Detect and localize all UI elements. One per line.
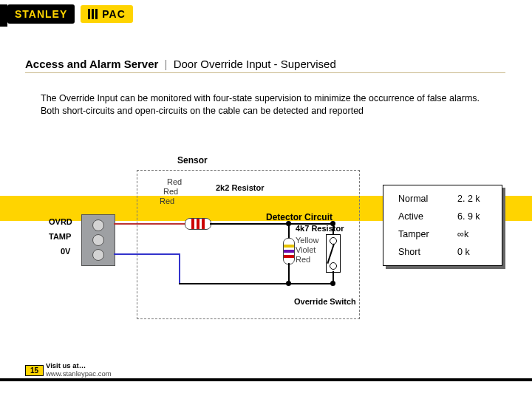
- resistor-4k7-icon: [283, 238, 295, 265]
- terminal-ovrd: [92, 219, 104, 231]
- wire-icon: [114, 253, 179, 255]
- wiring-diagram: Sensor Detector Circuit OVRD TAMP 0V 2k2…: [44, 155, 362, 325]
- table-row: Active6. 9 k: [391, 208, 494, 225]
- band-label: Violet: [296, 245, 316, 254]
- override-switch-label: Override Switch: [294, 297, 356, 306]
- table-row: Tamper∞k: [391, 225, 494, 243]
- resistor-2k2-icon: [185, 218, 211, 230]
- wire-icon: [179, 253, 180, 283]
- wire-icon: [179, 283, 288, 284]
- stanley-text: STANLEY: [15, 8, 67, 20]
- logo-bar: STANLEY PAC: [7, 4, 133, 24]
- table-row: Short0 k: [391, 243, 494, 261]
- pac-bars-icon: [88, 9, 98, 19]
- wire-icon: [288, 223, 290, 238]
- slide: STANLEY PAC Access and Alarm Server | Do…: [0, 0, 532, 399]
- resistor-2k2-label: 2k2 Resistor: [216, 183, 264, 192]
- wire-icon: [114, 223, 185, 225]
- body-text: The Override Input can be monitored with…: [41, 92, 484, 117]
- terminal-tamp: [92, 234, 104, 246]
- band-label: Red: [160, 197, 174, 205]
- band-label: Red: [163, 187, 178, 196]
- title-separator: |: [165, 58, 168, 70]
- detector-circuit-label: Detector Circuit: [266, 212, 332, 222]
- page-number: 15: [25, 365, 44, 376]
- wire-icon: [288, 263, 290, 283]
- band-label: Red: [296, 255, 310, 264]
- wire-icon: [332, 271, 334, 283]
- pac-text: PAC: [102, 8, 126, 20]
- terminal-label: OVRD: [49, 217, 72, 226]
- terminal-label: TAMP: [49, 232, 71, 241]
- table-row: Normal2. 2 k: [391, 190, 494, 208]
- footer-visit: Visit us at… www.stanleypac.com: [46, 362, 112, 378]
- band-label: Red: [167, 177, 182, 186]
- visit-url: www.stanleypac.com: [46, 370, 112, 378]
- title-rule: [25, 72, 505, 75]
- title-sub: Door Override Input - Supervised: [174, 58, 336, 70]
- wire-icon: [332, 223, 334, 234]
- resistor-4k7-label: 4k7 Resistor: [296, 224, 344, 233]
- pac-logo: PAC: [81, 5, 133, 23]
- edge-block: [0, 4, 7, 27]
- title-main: Access and Alarm Server: [25, 58, 158, 70]
- terminal-0v: [92, 249, 104, 261]
- footer: 15 Visit us at… www.stanleypac.com: [0, 378, 532, 381]
- terminal-block-icon: [81, 214, 115, 266]
- sensor-label: Sensor: [177, 155, 208, 166]
- page-title: Access and Alarm Server | Door Override …: [25, 58, 336, 70]
- state-table: Normal2. 2 k Active6. 9 k Tamper∞k Short…: [383, 185, 502, 266]
- band-label: Yellow: [296, 236, 318, 245]
- footer-line: [0, 378, 532, 381]
- override-switch-icon: [326, 234, 341, 273]
- wire-icon: [288, 283, 332, 284]
- stanley-logo: STANLEY: [7, 4, 75, 24]
- terminal-label: 0V: [61, 247, 70, 256]
- wire-icon: [210, 223, 288, 225]
